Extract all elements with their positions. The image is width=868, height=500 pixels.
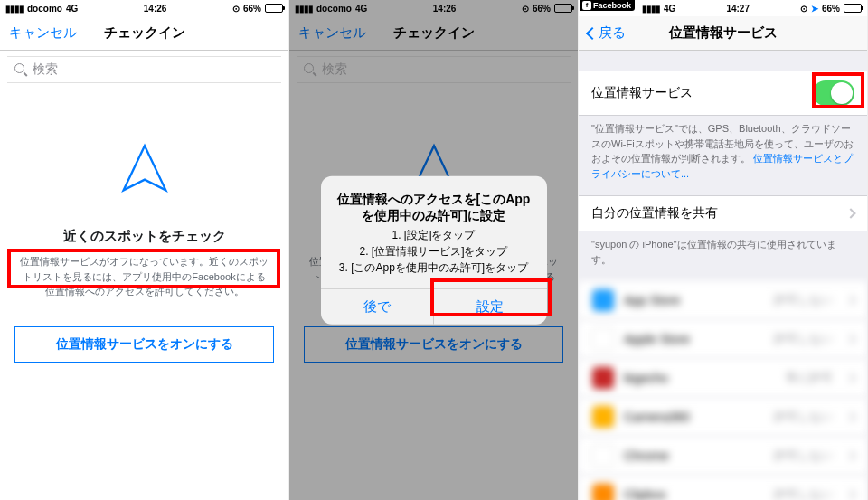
battery-icon — [265, 4, 283, 13]
app-name: Camera360 — [624, 410, 765, 424]
location-active-icon: ➤ — [811, 4, 818, 14]
back-button[interactable]: 戻る — [588, 24, 626, 42]
return-to-app-badge[interactable]: f Facebook — [580, 0, 635, 11]
app-icon — [591, 327, 615, 351]
app-row[interactable]: Apple Store許可しない — [579, 320, 867, 359]
app-status: 許可しない — [774, 292, 833, 308]
empty-state: 近くのスポットをチェック 位置情報サービスがオフになっています。近くのスポットリ… — [0, 89, 288, 314]
cancel-button[interactable]: キャンセル — [9, 24, 77, 42]
chevron-left-icon — [586, 26, 599, 39]
facebook-icon: f — [582, 1, 591, 10]
share-location-cell[interactable]: 自分の位置情報を共有 — [579, 195, 867, 231]
share-label: 自分の位置情報を共有 — [591, 205, 718, 222]
location-explain: "位置情報サービス"では、GPS、Bluetooth、クラウドソースのWi-Fi… — [579, 116, 867, 195]
app-row[interactable]: Clipbox許可しない — [579, 476, 867, 500]
app-icon — [591, 366, 615, 390]
app-name: bigecho — [624, 371, 777, 385]
alarm-icon: ⊙ — [232, 4, 240, 14]
app-name: Chrome — [624, 448, 765, 463]
app-list: App Store許可しないApple Store許可しないbigecho常に許… — [579, 281, 867, 500]
search-icon — [14, 63, 27, 76]
back-label: 戻る — [599, 24, 626, 42]
app-row[interactable]: Camera360許可しない — [579, 398, 867, 437]
screen-location-settings: f Facebook ▮▮▮▮ 4G 14:27 ⊙ ➤ 66% 戻る 位置情報… — [579, 0, 868, 500]
app-status: 許可しない — [774, 448, 833, 464]
app-icon — [591, 444, 615, 467]
app-row[interactable]: bigecho常に許可 — [579, 359, 867, 398]
app-status: 許可しない — [774, 409, 833, 425]
screen-checkin: ▮▮▮▮ docomo 4G 14:26 ⊙ 66% キャンセル チェックイン … — [0, 0, 289, 500]
location-toggle[interactable] — [813, 80, 854, 106]
app-name: App Store — [624, 293, 765, 307]
alert-title: 位置情報へのアクセスを[このAppを使用中のみ許可]に設定 — [321, 175, 547, 226]
nav-bar: 戻る 位置情報サービス — [579, 16, 867, 51]
alert-body: 1. [設定]をタップ 2. [位置情報サービス]をタップ 3. [このAppを… — [321, 227, 547, 288]
permission-alert: 位置情報へのアクセスを[このAppを使用中のみ許可]に設定 1. [設定]をタッ… — [321, 175, 547, 324]
app-icon — [591, 483, 615, 500]
toggle-label: 位置情報サービス — [591, 85, 693, 101]
battery-pct: 66% — [243, 4, 261, 14]
empty-desc: 位置情報サービスがオフになっています。近くのスポットリストを見るには、アプリ使用… — [14, 254, 274, 299]
app-status: 常に許可 — [786, 370, 833, 386]
chevron-right-icon — [845, 208, 855, 218]
signal-icon: ▮▮▮▮ — [5, 4, 24, 14]
alert-later-button[interactable]: 後で — [321, 289, 434, 325]
alert-step1: 1. [設定]をタップ — [335, 227, 533, 243]
app-row[interactable]: Chrome許可しない — [579, 437, 867, 476]
battery-pct: 66% — [822, 4, 840, 14]
chevron-right-icon — [845, 450, 855, 460]
chevron-right-icon — [845, 295, 855, 305]
alarm-icon: ⊙ — [800, 4, 807, 14]
app-name: Apple Store — [624, 332, 765, 346]
app-status: 許可しない — [774, 331, 833, 347]
search-field[interactable]: 検索 — [7, 56, 281, 83]
alert-settings-button[interactable]: 設定 — [433, 289, 547, 325]
app-icon — [591, 288, 615, 312]
chevron-right-icon — [845, 411, 855, 421]
navigation-icon — [113, 137, 176, 201]
network-label: 4G — [66, 4, 78, 14]
network-label: 4G — [664, 4, 675, 14]
alert-step2: 2. [位置情報サービス]をタップ — [335, 243, 533, 259]
settings-body: 位置情報サービス "位置情報サービス"では、GPS、Bluetooth、クラウド… — [579, 51, 867, 500]
nav-title: チェックイン — [104, 24, 185, 42]
app-name: Clipbox — [624, 487, 765, 500]
badge-label: Facebook — [593, 1, 631, 10]
chevron-right-icon — [845, 373, 855, 382]
app-row[interactable]: App Store許可しない — [579, 281, 867, 320]
status-bar: ▮▮▮▮ docomo 4G 14:26 ⊙ 66% — [0, 0, 288, 16]
share-note: "syupon の iPhone"は位置情報の共有に使用されています。 — [579, 231, 867, 281]
battery-icon — [844, 4, 862, 13]
clock: 14:27 — [726, 4, 750, 14]
chevron-right-icon — [845, 489, 855, 499]
location-services-cell: 位置情報サービス — [579, 71, 867, 116]
empty-title: 近くのスポットをチェック — [14, 228, 274, 245]
screen-checkin-alert: ▮▮▮▮ docomo 4G 14:26 ⊙ 66% キャンセル チェックイン … — [289, 0, 579, 500]
nav-title: 位置情報サービス — [669, 24, 778, 42]
carrier-label: docomo — [27, 4, 62, 14]
clock: 14:26 — [144, 4, 167, 14]
alert-step3: 3. [このAppを使用中のみ許可]をタップ — [335, 259, 533, 276]
app-icon — [591, 405, 615, 429]
nav-bar: キャンセル チェックイン — [0, 16, 288, 51]
signal-icon: ▮▮▮▮ — [642, 4, 660, 14]
chevron-right-icon — [845, 334, 855, 344]
app-status: 許可しない — [774, 486, 833, 500]
enable-location-button[interactable]: 位置情報サービスをオンにする — [14, 326, 274, 363]
search-placeholder: 検索 — [33, 61, 58, 78]
